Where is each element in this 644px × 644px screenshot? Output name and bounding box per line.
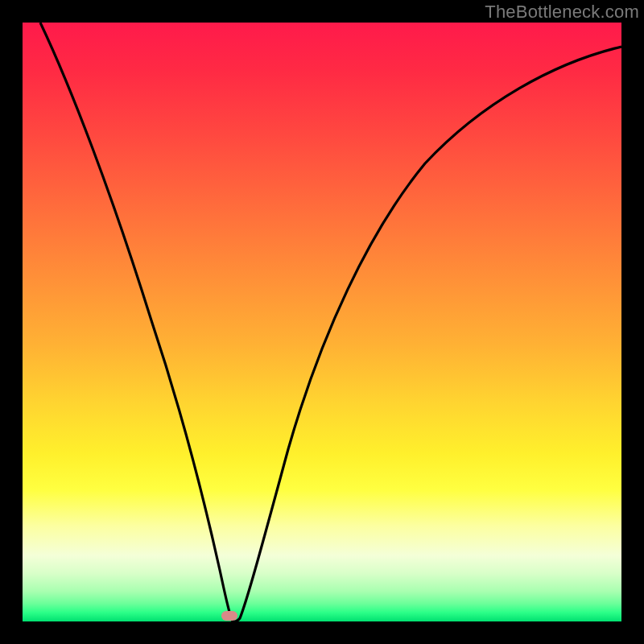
watermark-text: TheBottleneck.com — [485, 2, 639, 23]
bottleneck-curve — [40, 23, 621, 621]
curve-layer — [23, 23, 621, 621]
minimum-marker — [221, 611, 237, 621]
chart-container: TheBottleneck.com — [0, 0, 644, 644]
plot-area — [23, 23, 621, 621]
